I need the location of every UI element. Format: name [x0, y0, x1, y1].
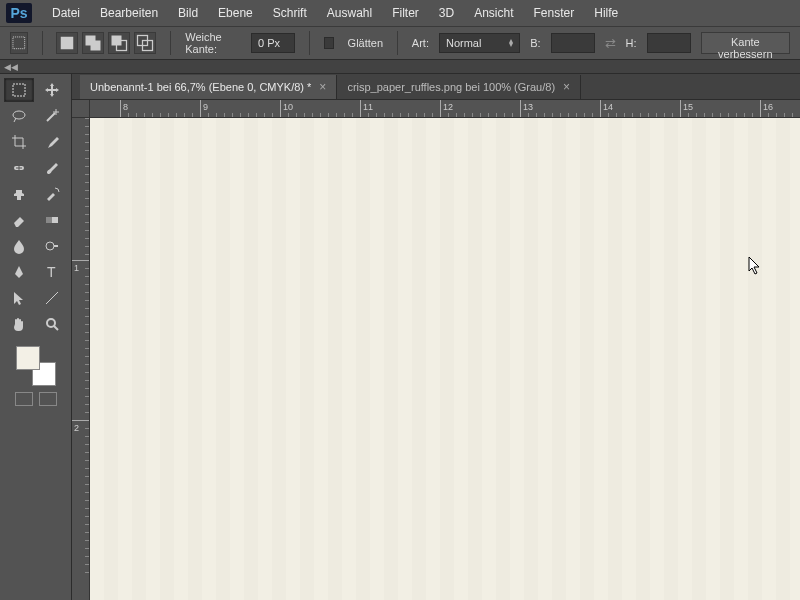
menu-ebene[interactable]: Ebene: [208, 2, 263, 24]
menu-bild[interactable]: Bild: [168, 2, 208, 24]
document-area: Unbenannt-1 bei 66,7% (Ebene 0, CMYK/8) …: [72, 74, 800, 600]
svg-point-15: [46, 242, 54, 250]
menu-fenster[interactable]: Fenster: [524, 2, 585, 24]
menu-hilfe[interactable]: Hilfe: [584, 2, 628, 24]
svg-text:T: T: [47, 264, 56, 280]
ruler-horizontal[interactable]: 8910111213141516: [90, 100, 800, 118]
doc-tab-2[interactable]: crisp_paper_ruffles.png bei 100% (Grau/8…: [337, 75, 581, 99]
swap-icon[interactable]: ⇄: [605, 36, 616, 51]
selection-mode-group: [56, 32, 156, 54]
panel-collapse-strip[interactable]: ◀◀: [0, 60, 800, 74]
svg-point-9: [13, 111, 25, 119]
menu-filter[interactable]: Filter: [382, 2, 429, 24]
history-brush-tool[interactable]: [37, 182, 67, 206]
svg-point-10: [55, 111, 57, 113]
canvas[interactable]: [90, 118, 800, 600]
doc-tab-label: crisp_paper_ruffles.png bei 100% (Grau/8…: [347, 81, 555, 93]
quickmask-icon[interactable]: [15, 392, 33, 406]
magic-wand-tool[interactable]: [37, 104, 67, 128]
width-input[interactable]: [551, 33, 595, 53]
brush-tool[interactable]: [37, 156, 67, 180]
hand-tool[interactable]: [4, 312, 34, 336]
document-tabstrip: Unbenannt-1 bei 66,7% (Ebene 0, CMYK/8) …: [72, 74, 800, 100]
style-select[interactable]: Normal ▴▾: [439, 33, 520, 53]
tool-preset-icon[interactable]: [10, 32, 28, 54]
path-selection-tool[interactable]: [4, 286, 34, 310]
menu-bar: Ps Datei Bearbeiten Bild Ebene Schrift A…: [0, 0, 800, 26]
pen-tool[interactable]: [4, 260, 34, 284]
feather-label: Weiche Kante:: [185, 31, 241, 55]
svg-rect-14: [46, 217, 52, 223]
style-value: Normal: [446, 37, 481, 49]
svg-rect-1: [61, 37, 74, 50]
crop-tool[interactable]: [4, 130, 34, 154]
doc-tab-1[interactable]: Unbenannt-1 bei 66,7% (Ebene 0, CMYK/8) …: [80, 75, 337, 99]
antialias-checkbox[interactable]: [324, 37, 334, 49]
dodge-tool[interactable]: [37, 234, 67, 258]
menu-auswahl[interactable]: Auswahl: [317, 2, 382, 24]
height-input[interactable]: [647, 33, 691, 53]
selection-new-icon[interactable]: [56, 32, 78, 54]
doc-tab-label: Unbenannt-1 bei 66,7% (Ebene 0, CMYK/8) …: [90, 81, 311, 93]
close-icon[interactable]: ×: [563, 80, 570, 94]
app-logo: Ps: [6, 3, 32, 23]
chevron-updown-icon: ▴▾: [509, 39, 513, 47]
ruler-vertical[interactable]: 12: [72, 118, 90, 600]
selection-subtract-icon[interactable]: [108, 32, 130, 54]
eyedropper-tool[interactable]: [37, 130, 67, 154]
options-bar: Weiche Kante: Glätten Art: Normal ▴▾ B: …: [0, 26, 800, 60]
feather-input[interactable]: [251, 33, 295, 53]
svg-rect-12: [17, 196, 21, 200]
color-swatches[interactable]: [16, 346, 56, 386]
menu-datei[interactable]: Datei: [42, 2, 90, 24]
eraser-tool[interactable]: [4, 208, 34, 232]
height-label: H:: [626, 37, 637, 49]
selection-add-icon[interactable]: [82, 32, 104, 54]
clone-stamp-tool[interactable]: [4, 182, 34, 206]
move-tool[interactable]: [37, 78, 67, 102]
gradient-tool[interactable]: [37, 208, 67, 232]
canvas-container: 8910111213141516 12: [72, 100, 800, 600]
blur-tool[interactable]: [4, 234, 34, 258]
antialias-label: Glätten: [348, 37, 383, 49]
zoom-tool[interactable]: [37, 312, 67, 336]
refine-edge-button[interactable]: Kante verbessern: [701, 32, 790, 54]
svg-point-17: [47, 319, 55, 327]
foreground-color-swatch[interactable]: [16, 346, 40, 370]
healing-brush-tool[interactable]: [4, 156, 34, 180]
svg-rect-8: [13, 84, 25, 96]
workspace: T Unbenannt-1 bei 66,7% (Ebene 0, CMYK/8…: [0, 74, 800, 600]
lasso-tool[interactable]: [4, 104, 34, 128]
menu-ansicht[interactable]: Ansicht: [464, 2, 523, 24]
type-tool[interactable]: T: [37, 260, 67, 284]
selection-intersect-icon[interactable]: [134, 32, 156, 54]
line-tool[interactable]: [37, 286, 67, 310]
menu-3d[interactable]: 3D: [429, 2, 464, 24]
toolbox: T: [0, 74, 72, 600]
width-label: B:: [530, 37, 540, 49]
screenmode-icon[interactable]: [39, 392, 57, 406]
menu-bearbeiten[interactable]: Bearbeiten: [90, 2, 168, 24]
svg-rect-3: [91, 41, 101, 51]
marquee-tool[interactable]: [4, 78, 34, 102]
svg-rect-0: [13, 37, 25, 49]
close-icon[interactable]: ×: [319, 80, 326, 94]
menu-schrift[interactable]: Schrift: [263, 2, 317, 24]
style-label: Art:: [412, 37, 429, 49]
ruler-origin[interactable]: [72, 100, 90, 118]
